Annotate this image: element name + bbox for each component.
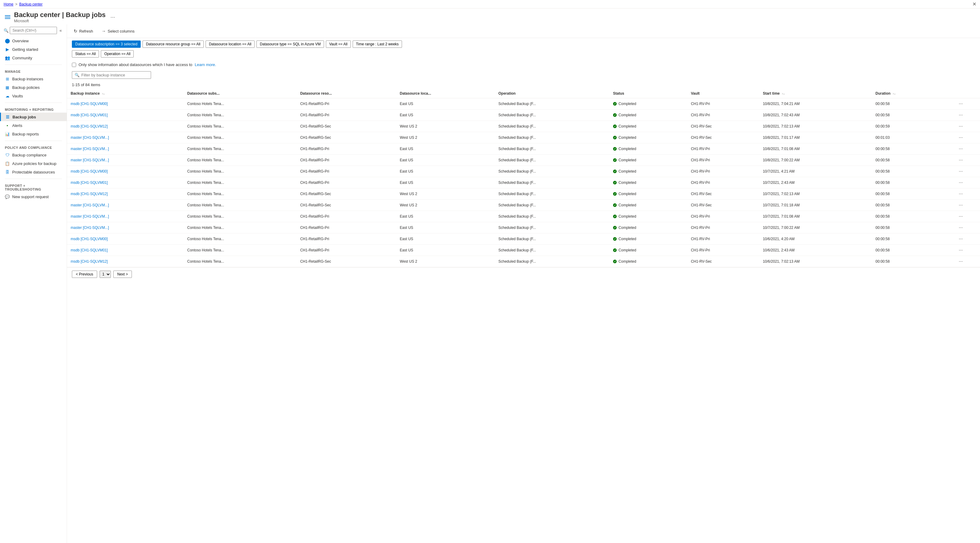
table-wrapper: Backup instance ↑↓ Datasource subs... Da… <box>67 89 980 267</box>
cell-more[interactable]: ··· <box>942 121 980 132</box>
col-datasource-loca[interactable]: Datasource loca... <box>396 89 495 98</box>
next-page-button[interactable]: Next > <box>113 271 132 278</box>
row-more-button[interactable]: ··· <box>957 123 964 130</box>
row-more-button[interactable]: ··· <box>957 112 964 118</box>
filter-status[interactable]: Status == All <box>72 50 99 57</box>
page-number-select[interactable]: 1 <box>100 271 111 278</box>
row-more-button[interactable]: ··· <box>957 258 964 265</box>
table-row[interactable]: msdb [CH1-SQLVM12] Contoso Hotels Tena..… <box>67 121 980 132</box>
filter-datasource-location[interactable]: Datasource location == All <box>205 40 255 48</box>
sidebar-item-backup-jobs[interactable]: ☰ Backup jobs <box>0 113 67 121</box>
table-row[interactable]: master [CH1-SQLVM...] Contoso Hotels Ten… <box>67 143 980 155</box>
cell-more[interactable]: ··· <box>942 222 980 233</box>
sidebar-collapse-button[interactable]: « <box>58 28 63 33</box>
sidebar-item-overview[interactable]: ⬤ Overview <box>0 37 67 45</box>
previous-page-button[interactable]: < Previous <box>72 271 97 278</box>
cell-more[interactable]: ··· <box>942 177 980 188</box>
row-more-button[interactable]: ··· <box>957 213 964 220</box>
table-row[interactable]: msdb [CH1-SQLVM01] Contoso Hotels Tena..… <box>67 110 980 121</box>
filter-time-range[interactable]: Time range : Last 2 weeks <box>353 40 402 48</box>
breadcrumb-home[interactable]: Home <box>4 2 13 6</box>
breadcrumb-section[interactable]: Backup center <box>19 2 43 6</box>
table-row[interactable]: msdb [CH1-SQLVM00] Contoso Hotels Tena..… <box>67 233 980 245</box>
sidebar-item-community[interactable]: 👥 Community <box>0 54 67 62</box>
pagination: < Previous 1 Next > <box>67 267 980 281</box>
sidebar-item-azure-policies[interactable]: 📋 Azure policies for backup <box>0 159 67 168</box>
col-label: Duration <box>875 91 891 95</box>
backup-instance-search-input[interactable] <box>81 73 148 77</box>
table-row[interactable]: msdb [CH1-SQLVM01] Contoso Hotels Tena..… <box>67 177 980 188</box>
table-row[interactable]: msdb [CH1-SQLVM00] Contoso Hotels Tena..… <box>67 166 980 177</box>
col-datasource-subs[interactable]: Datasource subs... <box>184 89 297 98</box>
row-more-button[interactable]: ··· <box>957 100 964 107</box>
col-operation[interactable]: Operation <box>495 89 610 98</box>
cell-more[interactable]: ··· <box>942 245 980 256</box>
close-button[interactable]: ✕ <box>972 1 976 7</box>
more-options-button[interactable]: ··· <box>111 14 115 21</box>
sidebar-item-alerts[interactable]: ▪ Alerts <box>0 121 67 130</box>
row-more-button[interactable]: ··· <box>957 247 964 254</box>
row-more-button[interactable]: ··· <box>957 168 964 175</box>
cell-more[interactable]: ··· <box>942 166 980 177</box>
select-columns-button[interactable]: → Select columns <box>100 27 137 35</box>
sidebar-item-vaults[interactable]: ☁ Vaults <box>0 92 67 100</box>
table-row[interactable]: msdb [CH1-SQLVM01] Contoso Hotels Tena..… <box>67 245 980 256</box>
access-checkbox[interactable] <box>72 63 76 67</box>
search-box: 🔍 <box>72 71 151 79</box>
filter-vault[interactable]: Vault == All <box>326 40 351 48</box>
cell-more[interactable]: ··· <box>942 211 980 222</box>
filter-datasource-resource-group[interactable]: Datasource resource group == All <box>143 40 204 48</box>
row-more-button[interactable]: ··· <box>957 157 964 164</box>
cell-more[interactable]: ··· <box>942 110 980 121</box>
table-row[interactable]: master [CH1-SQLVM...] Contoso Hotels Ten… <box>67 211 980 222</box>
cell-more[interactable]: ··· <box>942 132 980 143</box>
table-row[interactable]: master [CH1-SQLVM...] Contoso Hotels Ten… <box>67 222 980 233</box>
sidebar-item-backup-compliance[interactable]: 🛡 Backup compliance <box>0 151 67 159</box>
cell-vault: CH1-RV-Sec <box>687 256 759 267</box>
table-row[interactable]: master [CH1-SQLVM...] Contoso Hotels Ten… <box>67 155 980 166</box>
filter-datasource-subscription[interactable]: Datasource subscription == 3 selected <box>72 40 141 48</box>
sidebar-item-backup-instances[interactable]: ⊞ Backup instances <box>0 75 67 83</box>
refresh-button[interactable]: ↻ Refresh <box>72 27 95 35</box>
cell-operation: Scheduled Backup (F... <box>495 155 610 166</box>
sidebar-item-backup-reports[interactable]: 📊 Backup reports <box>0 130 67 138</box>
sidebar-item-new-support-request[interactable]: 💬 New support request <box>0 192 67 201</box>
cell-status: Completed <box>609 132 687 143</box>
cell-more[interactable]: ··· <box>942 98 980 110</box>
sidebar-item-protectable-datasources[interactable]: 🗄 Protectable datasources <box>0 168 67 176</box>
row-more-button[interactable]: ··· <box>957 236 964 242</box>
table-row[interactable]: msdb [CH1-SQLVM12] Contoso Hotels Tena..… <box>67 256 980 267</box>
cell-loca: West US 2 <box>396 200 495 211</box>
cell-more[interactable]: ··· <box>942 256 980 267</box>
cell-more[interactable]: ··· <box>942 233 980 245</box>
row-more-button[interactable]: ··· <box>957 146 964 152</box>
sidebar-item-backup-policies[interactable]: ▦ Backup policies <box>0 83 67 92</box>
row-more-button[interactable]: ··· <box>957 179 964 186</box>
learn-more-link[interactable]: Learn more. <box>195 62 216 67</box>
cell-reso: CH1-RetailRG-Sec <box>297 256 396 267</box>
row-more-button[interactable]: ··· <box>957 134 964 141</box>
row-more-button[interactable]: ··· <box>957 224 964 231</box>
table-row[interactable]: msdb [CH1-SQLVM12] Contoso Hotels Tena..… <box>67 188 980 200</box>
table-row[interactable]: msdb [CH1-SQLVM00] Contoso Hotels Tena..… <box>67 98 980 110</box>
col-backup-instance[interactable]: Backup instance ↑↓ <box>67 89 184 98</box>
sidebar-item-getting-started[interactable]: ▶ Getting started <box>0 45 67 54</box>
table-row[interactable]: master [CH1-SQLVM...] Contoso Hotels Ten… <box>67 200 980 211</box>
cell-more[interactable]: ··· <box>942 200 980 211</box>
cell-more[interactable]: ··· <box>942 143 980 155</box>
table-row[interactable]: master [CH1-SQLVM...] Contoso Hotels Ten… <box>67 132 980 143</box>
sidebar-search-input[interactable] <box>10 27 57 34</box>
filter-operation[interactable]: Operation == All <box>101 50 134 57</box>
col-vault[interactable]: Vault <box>687 89 759 98</box>
filter-datasource-type[interactable]: Datasource type == SQL in Azure VM <box>256 40 324 48</box>
alerts-icon: ▪ <box>5 123 10 128</box>
cell-more[interactable]: ··· <box>942 188 980 200</box>
col-duration[interactable]: Duration ↑↓ <box>872 89 942 98</box>
row-more-button[interactable]: ··· <box>957 191 964 197</box>
row-more-button[interactable]: ··· <box>957 202 964 208</box>
col-status[interactable]: Status <box>609 89 687 98</box>
hamburger-icon[interactable] <box>5 15 10 19</box>
col-datasource-reso[interactable]: Datasource reso... <box>297 89 396 98</box>
col-start-time[interactable]: Start time ↑↓ <box>759 89 872 98</box>
cell-more[interactable]: ··· <box>942 155 980 166</box>
